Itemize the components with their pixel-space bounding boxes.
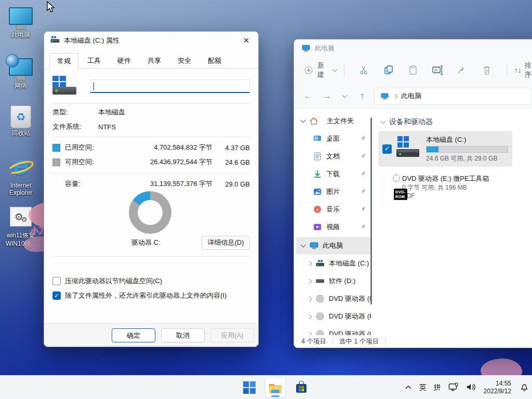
copy-icon[interactable] [383, 64, 394, 76]
status-items-count: 4 个项目 [301, 337, 326, 346]
drive-c-icon [315, 259, 325, 268]
documents-icon [313, 152, 322, 161]
file-explorer-taskbar-button[interactable] [265, 377, 286, 398]
tab-hardware[interactable]: 硬件 [110, 52, 139, 70]
drive-name: DVD 驱动器 (E:) 微PE工具箱 [402, 174, 489, 183]
network-icon[interactable] [448, 382, 459, 393]
tab-general[interactable]: 常规 [49, 53, 78, 70]
nav-item-dvd-g[interactable]: DVD 驱动器 (G:) [296, 325, 371, 335]
network-icon [9, 58, 33, 76]
recent-chevron-icon[interactable] [339, 90, 350, 102]
sort-button-label: 排序 [525, 61, 532, 79]
cancel-button[interactable]: 取消 [161, 328, 205, 342]
cut-icon[interactable] [358, 64, 369, 76]
nav-item-downloads[interactable]: 下载 [296, 165, 371, 183]
downloads-icon [313, 169, 322, 179]
apply-button[interactable]: 应用(A) [210, 328, 254, 342]
nav-item-label: 图片 [326, 187, 340, 196]
tray-ime-indicator[interactable]: 拼 [434, 383, 441, 392]
tab-security[interactable]: 安全 [170, 52, 199, 70]
desktop-icon-label: 回收站 [1, 129, 41, 137]
nav-item-videos[interactable]: 视频 [296, 218, 371, 236]
delete-icon[interactable] [482, 64, 493, 76]
desktop-icon-internet-explorer[interactable]: e Internet Explorer [1, 152, 41, 196]
disk-usage-bar [426, 146, 508, 153]
taskbar-clock[interactable]: 14:55 2022/8/12 [484, 380, 511, 395]
drive-name: 本地磁盘 (C:) [426, 135, 508, 144]
drive-item-c[interactable]: ✓ 本地磁盘 (C:) 24.6 GB 可用, 共 29.0 GB [378, 131, 512, 167]
close-icon[interactable]: ✕ [236, 33, 256, 48]
nav-item-desktop[interactable]: 桌面 [296, 130, 371, 148]
address-bar[interactable]: 此电脑 [374, 88, 532, 105]
nav-item-drive-c[interactable]: 本地磁盘 (C:) [296, 255, 371, 272]
paste-icon[interactable] [408, 64, 419, 76]
chevron-right-icon [307, 261, 312, 266]
drive-item-dvd-e[interactable]: DVD-ROM DVD 驱动器 (E:) 微PE工具箱 0 字节 可用, 共 1… [378, 170, 512, 204]
compress-checkbox-label: 压缩此驱动器以节约磁盘空间(C) [65, 276, 162, 286]
sort-button[interactable]: ↑↓ 排序 [514, 61, 532, 79]
taskbar: 英 拼 14:55 2022/8/12 [0, 375, 532, 399]
ok-button[interactable]: 确定 [112, 328, 155, 342]
tray-language-indicator[interactable]: 英 [419, 383, 427, 392]
item-checkbox[interactable]: ✓ [382, 144, 392, 154]
drive-d-icon [315, 276, 325, 286]
forward-icon[interactable]: → [321, 90, 332, 102]
explorer-nav-pane: 主文件夹 桌面 文档 下载 图片 ♪ [296, 112, 371, 335]
nav-item-label: DVD 驱动器 (G:) [329, 329, 371, 335]
explorer-tab[interactable]: 此电脑 [301, 44, 335, 53]
type-value: 本地磁盘 [98, 108, 125, 117]
microsoft-store-button[interactable] [291, 377, 312, 398]
status-divider [332, 338, 333, 345]
donut-hole [138, 200, 163, 225]
breadcrumb-root[interactable]: 此电脑 [401, 91, 421, 101]
dvd-rom-badge: DVD-ROM [394, 189, 407, 200]
dialog-title: 本地磁盘 (C:) 属性 [64, 36, 119, 45]
drive-c-icon [396, 135, 421, 163]
monitor-icon [380, 91, 389, 101]
share-icon[interactable] [457, 64, 468, 76]
dvd-icon [315, 294, 325, 303]
tab-quota[interactable]: 配额 [200, 52, 229, 70]
start-button[interactable] [239, 377, 260, 398]
nav-item-dvd-e[interactable]: DVD 驱动器 (E:) [296, 290, 371, 308]
this-pc-icon [9, 7, 33, 25]
pin-icon [361, 170, 366, 178]
tab-sharing[interactable]: 共享 [140, 52, 169, 70]
tab-tools[interactable]: 工具 [79, 52, 109, 70]
desktop-icon-recycle-bin[interactable]: ♻ 回收站 [1, 105, 41, 137]
filesystem-value: NTFS [98, 123, 116, 131]
nav-home[interactable]: 主文件夹 [296, 112, 371, 130]
nav-this-pc[interactable]: 此电脑 [296, 237, 371, 255]
rename-icon[interactable]: A [432, 64, 444, 76]
volume-label-input[interactable] [90, 79, 250, 93]
group-header[interactable]: 设备和驱动器 [381, 117, 532, 127]
back-icon[interactable]: ← [302, 90, 314, 102]
details-button[interactable]: 详细信息(D) [202, 236, 250, 250]
nav-item-documents[interactable]: 文档 [296, 148, 371, 165]
tray-chevron-icon[interactable] [405, 383, 412, 392]
filesystem-label: 文件系统: [52, 122, 98, 131]
used-space-label: 已用空间: [65, 143, 94, 152]
new-button[interactable]: 新建 [303, 61, 337, 79]
nav-scrollbar[interactable] [370, 117, 372, 304]
desktop-icon-network[interactable]: 网络 [1, 58, 41, 89]
up-icon[interactable]: ↑ [356, 90, 368, 102]
nav-item-music[interactable]: ♪ 音乐 [296, 201, 371, 218]
capacity-size: 29.0 GB [212, 180, 250, 188]
notification-bell-icon[interactable] [520, 382, 529, 393]
free-space-bytes: 26,436,972,544 字节 [135, 157, 212, 167]
dvd-rom-icon: DVD-ROM [396, 174, 397, 200]
nav-item-pictures[interactable]: 图片 [296, 183, 371, 201]
compress-checkbox[interactable] [52, 277, 61, 285]
free-space-swatch [52, 158, 60, 166]
desktop-icon-this-pc[interactable]: 此电脑 [1, 7, 41, 38]
capacity-bytes: 31,139,557,376 字节 [135, 179, 212, 189]
nav-item-dvd-f[interactable]: DVD 驱动器 (F:) [296, 308, 371, 325]
nav-item-label: 下载 [326, 169, 340, 179]
index-checkbox[interactable] [52, 291, 61, 300]
nav-item-drive-d[interactable]: 软件 (D:) [296, 272, 371, 290]
free-space-label: 可用空间: [65, 157, 94, 167]
divider [52, 103, 250, 104]
system-tray: 英 拼 14:55 2022/8/12 [405, 376, 529, 399]
volume-icon[interactable] [466, 383, 476, 393]
